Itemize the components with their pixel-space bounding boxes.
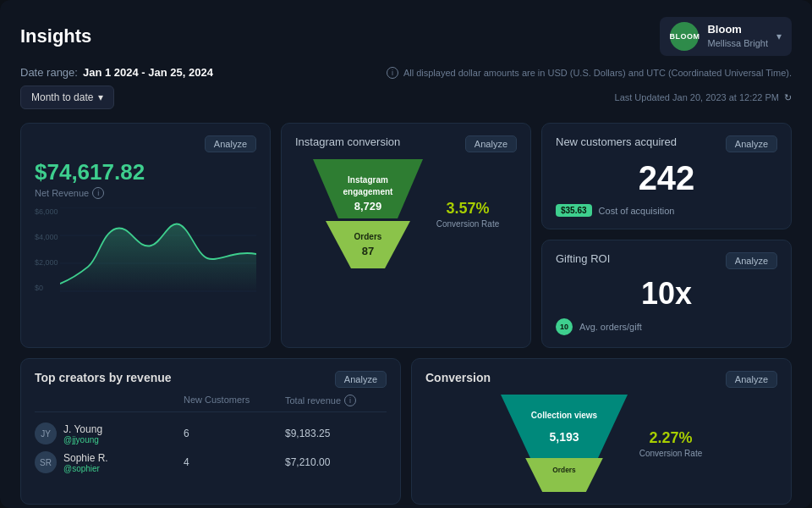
revenue-value: $74,617.82 [35, 159, 256, 185]
y-label-2000: $2,000 [35, 258, 58, 267]
y-label-0: $0 [35, 284, 58, 292]
date-range-label: Date range: [20, 66, 78, 79]
conversion-funnel-top: Collection views 5,193 [501, 395, 628, 458]
new-customers-analyze-button[interactable]: Analyze [726, 135, 777, 152]
creator-handle: @sophier [63, 464, 108, 473]
instagram-conversion-label: Conversion Rate [436, 219, 499, 229]
acquisition-cost-badge: $35.63 [556, 204, 592, 217]
conversion-card: Conversion Analyze Collection views 5,19… [411, 358, 792, 505]
svg-marker-11 [501, 395, 628, 458]
svg-text:Collection views: Collection views [531, 411, 598, 420]
creator-name: Sophie R. [63, 452, 108, 464]
date-filter-dropdown[interactable]: Month to date ▾ [20, 86, 114, 109]
user-profile-button[interactable]: BLOOM Bloom Mellissa Bright ▾ [660, 17, 792, 56]
creator-total-revenue: $7,210.00 [285, 456, 387, 468]
avg-orders-badge: 10 [556, 318, 573, 335]
chevron-down-icon: ▾ [98, 91, 103, 103]
col-total-revenue: Total revenue i [285, 395, 387, 406]
user-subtitle: Mellissa Bright [707, 37, 768, 49]
user-name: Bloom [707, 23, 768, 37]
info-icon[interactable]: i [92, 187, 104, 199]
conversion-pct: 2.27% [639, 429, 702, 447]
revenue-card: Analyze $74,617.82 Net Revenue i $6,000 … [20, 123, 271, 348]
col-new-customers: New Customers [184, 395, 285, 406]
revenue-analyze-button[interactable]: Analyze [205, 135, 256, 152]
acquisition-cost-label: Cost of acquisition [599, 206, 675, 216]
revenue-chart [60, 207, 256, 292]
date-note: All displayed dollar amounts are in USD … [403, 68, 792, 78]
creator-new-customers: 6 [184, 428, 285, 439]
creator-new-customers: 4 [184, 456, 285, 468]
col-creator [35, 395, 184, 406]
info-icon[interactable]: i [344, 395, 356, 406]
instagram-analyze-button[interactable]: Analyze [465, 135, 517, 152]
funnel-top-shape: Instagram engagement 8,729 [313, 159, 423, 218]
page-title: Insights [20, 25, 91, 47]
avatar: BLOOM [670, 22, 699, 51]
gifting-roi-value: 10x [556, 276, 777, 312]
gifting-analyze-button[interactable]: Analyze [726, 252, 777, 269]
revenue-label: Net Revenue [35, 188, 89, 198]
svg-text:Instagram: Instagram [348, 175, 388, 185]
top-creators-card: Top creators by revenue Analyze New Cust… [20, 358, 401, 505]
creator-avatar: SR [35, 451, 57, 473]
table-row: JY J. Young @jjyoung 6 $9,183.25 [35, 419, 387, 448]
instagram-card-title: Instagram conversion [295, 135, 400, 148]
conversion-label: Conversion Rate [639, 449, 702, 458]
conversion-funnel-bottom: Orders [518, 458, 611, 492]
creator-name: J. Young [63, 423, 102, 435]
last-updated-text: Last Updated Jan 20, 2023 at 12:22 PM [615, 92, 779, 102]
conversion-analyze-button[interactable]: Analyze [726, 371, 777, 388]
refresh-icon[interactable]: ↻ [784, 92, 792, 103]
svg-text:8,729: 8,729 [354, 200, 381, 213]
svg-marker-14 [525, 458, 603, 492]
svg-text:5,193: 5,193 [549, 430, 579, 444]
y-label-4000: $4,000 [35, 233, 58, 241]
creator-avatar: JY [35, 422, 57, 444]
funnel-bottom-shape: Orders 87 [326, 221, 410, 268]
gifting-roi-card: Gifting ROI Analyze 10x 10 Avg. orders/g… [541, 240, 792, 348]
gifting-roi-title: Gifting ROI [556, 252, 610, 265]
instagram-conversion-pct: 3.57% [436, 200, 499, 218]
svg-text:engagement: engagement [343, 187, 393, 196]
new-customers-title: New customers acquired [556, 135, 677, 148]
table-row: SR Sophie R. @sophier 4 $7,210.00 [35, 448, 387, 477]
creator-total-revenue: $9,183.25 [285, 428, 387, 439]
new-customers-card: New customers acquired Analyze 242 $35.6… [541, 123, 792, 229]
chevron-down-icon: ▾ [776, 30, 782, 42]
new-customers-value: 242 [556, 159, 777, 197]
svg-text:Orders: Orders [354, 232, 381, 241]
svg-text:Orders: Orders [552, 466, 576, 474]
date-range-value: Jan 1 2024 - Jan 25, 2024 [83, 66, 213, 79]
top-creators-analyze-button[interactable]: Analyze [335, 371, 387, 388]
info-icon[interactable]: i [387, 67, 398, 79]
y-label-6000: $6,000 [35, 207, 58, 216]
avg-orders-label: Avg. orders/gift [579, 322, 642, 332]
creator-handle: @jjyoung [63, 435, 102, 444]
conversion-card-title: Conversion [425, 371, 491, 384]
dropdown-label: Month to date [31, 91, 93, 103]
instagram-conversion-card: Instagram conversion Analyze Instagram e… [281, 123, 531, 348]
svg-text:87: 87 [362, 245, 374, 257]
top-creators-title: Top creators by revenue [35, 371, 172, 384]
